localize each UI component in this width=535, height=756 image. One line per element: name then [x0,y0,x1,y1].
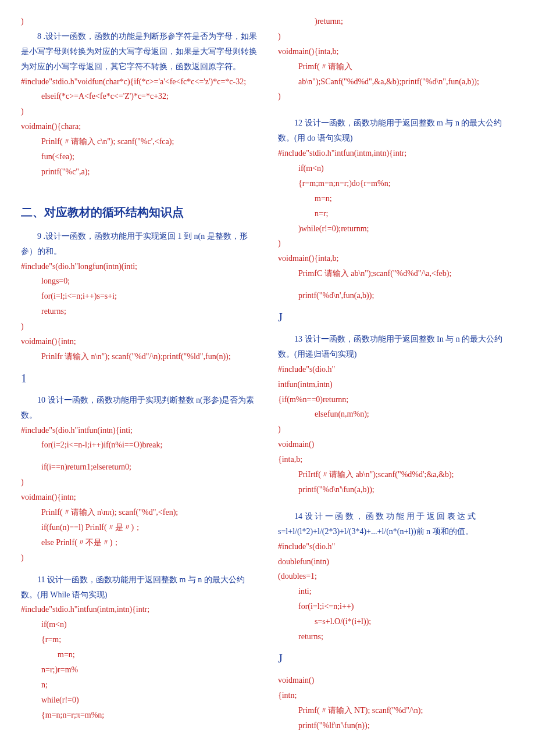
code-line: if(m<n) [278,161,514,176]
code-line: returns; [278,629,514,644]
code-line: inti; [278,584,514,599]
problem-text: 14 设 计 一 函 数 ， 函 数 功 能 用 于 返 回 表 达 式 s=l… [278,509,514,539]
code-line: if(fun(n)==l) Prinlf(〃是〃)； [21,520,257,535]
code-line: voidmain(){chara; [21,119,257,134]
code-line: for(i=2;i<=n-l;i++)if(n%i==O)break; [21,438,257,453]
code-line: PriIrtf(〃请输入 ab\n");scanf("%d%d';&a,&b); [278,467,514,482]
code-line: Primf(〃请输入 [278,59,514,74]
problem-text: 13 设计一函数，函数功能用于返回整数 In 与 n 的最大公约数。(用递归语句… [278,332,514,362]
code-line: #include"s(dio.h" [278,539,514,554]
code-line: ) [21,550,257,565]
code-line: longs=0; [21,274,257,289]
code-line: {r=m;m=n;n=r;)do{r=m%n; [278,176,514,191]
code-line: Primf(〃请输入 NT); scanf("%d"/\n); [278,703,514,718]
problem-text: 9 .设计一函数，函数功能用于实现返回 1 到 n(n 是整数，形参）的和。 [21,229,257,259]
code-line: m=n; [21,647,257,662]
code-line: )returnn; [278,14,514,29]
stray-letter: J [278,648,514,669]
code-line: printf("%lf\n'\fun(n)); [278,718,514,733]
code-line: {inta,b; [278,452,514,467]
problem-text: 12 设计一函数，函数功能用于返回整数 m 与 n 的最大公约数。(用 do 语… [278,116,514,146]
code-line: {m=n;n=r;π=m%n; [21,708,257,723]
code-line: Prinlf(〃请输入 n\nπ); scanf("%d",<fen); [21,505,257,520]
code-line: #include"s(dio.h"longfun(intn)(inti; [21,259,257,274]
code-line: voidmain(){intn; [21,490,257,505]
code-line: s=s+l.O/(i*(i+l)); [278,614,514,629]
code-line: printf("%d\n'\fun(a,b)); [278,482,514,497]
code-line: returns; [21,304,257,319]
code-line: #include"stdio.h"intfun(intm,intn){intr; [278,146,514,161]
problem-text: 11 设计一函数，函数功能用于返回整数 m 与 n 的最大公约数。(用 Whil… [21,572,257,603]
code-line: elseif(*c>=A<fe<fe*c<='Z')*c=*c+32; [21,89,257,104]
code-line: {r=m; [21,632,257,647]
problem-text: 10 设计一函数，函数功能用于实现判断整数 n(形参)是否为素数。 [21,393,257,423]
code-line: if(i==n)return1;elsereturn0; [21,460,257,475]
code-line: PrimfC 请输入 ab\n");scanf("%d%d"/\a,<feb); [278,266,514,281]
code-line: voidmain() [278,673,514,688]
code-line: ab\n");SCanf("%d%d",&a,&b);printf("%d\n"… [278,74,514,89]
code-line: {if(m%n==0)returnn; [278,392,514,407]
code-line: n; [21,678,257,693]
code-line: ) [278,236,514,251]
code-line: intfun(intm,intn) [278,377,514,392]
code-line: else Prinlf(〃不是〃)； [21,535,257,550]
code-line: while(r!=0) [21,693,257,708]
code-line: #include"s(dio.h" [278,362,514,377]
section-heading: 二、对应教材的循环结构知识点 [21,202,257,223]
code-line: elsefun(n,m%n); [278,407,514,422]
code-line: ) [278,89,514,104]
code-line: printf("%c",a); [21,164,257,180]
two-column-layout: ) 8 .设计一函数，函数的功能是判断形参字符是否为字母，如果是小写字母则转换为… [21,14,514,733]
problem-text: 8 .设计一函数，函数的功能是判断形参字符是否为字母，如果是小写字母则转换为对应… [21,29,257,74]
code-line: ) [278,29,514,44]
code-line: fun(<fea); [21,149,257,164]
code-line: ) [21,475,257,490]
code-line: ) [278,422,514,437]
code-line: )while(r!=0);returnm; [278,221,514,237]
code-line: n=r; [278,206,514,221]
code-line: {intn; [278,688,514,703]
code-line: for(i=l;i<=n;i++)s=s+i; [21,289,257,304]
code-line: #include"stdio.h"intfun(intm,intn){intr; [21,602,257,617]
code-line: Prinlfr 请输入 n\n"); scanf("%d"/\n);printf… [21,349,257,364]
code-line: voidmain(){inta,b; [278,44,514,59]
code-line: voidmain() [278,437,514,452]
code-line: n=r;)r=m% [21,662,257,678]
code-line: ) [21,319,257,334]
code-line: (doubles=1; [278,569,514,584]
code-line: #include"s(dio.h"intfun(intn){inti; [21,423,257,438]
code-line: #include"stdio.h"voidfun(char*c){if(*c>=… [21,74,257,89]
code-line: voidmain(){inta,b; [278,251,514,266]
code-line: if(m<n) [21,617,257,632]
code-line: doublefun(intn) [278,554,514,569]
code-line: printf("%d\n',fun(a,b)); [278,288,514,303]
code-line: m=n; [278,191,514,206]
code-line: voidmain(){intn; [21,334,257,349]
code-line: for(i=l;i<=n;i++) [278,599,514,614]
code-line: Prinlf(〃请输入 c\n"); scanf("%c',<fca); [21,134,257,149]
code-line: ) [21,104,257,119]
code-line: ) [21,14,257,29]
stray-letter: J [278,307,514,328]
stray-digit: 1 [21,368,257,389]
